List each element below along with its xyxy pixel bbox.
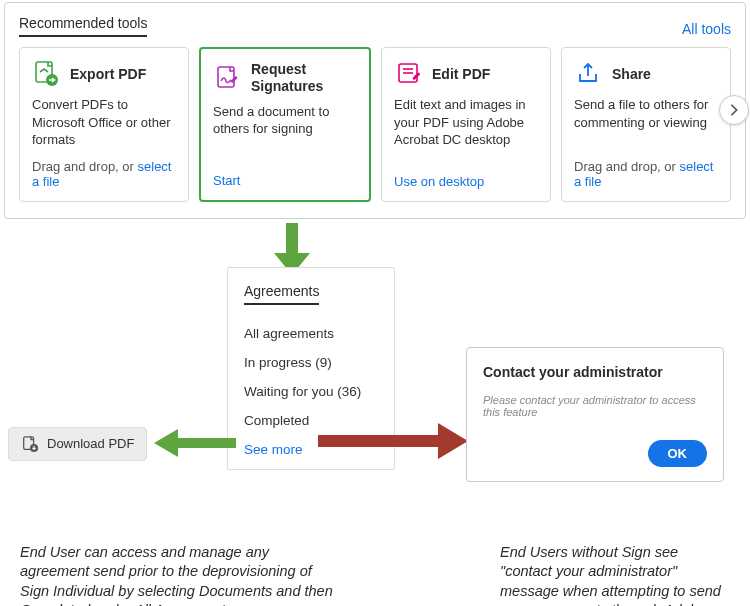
contact-admin-dialog: Contact your administrator Please contac… — [466, 347, 724, 482]
card-request-signatures[interactable]: Request Signatures Send a document to ot… — [199, 47, 371, 202]
signature-icon — [213, 64, 241, 92]
caption-right: End Users without Sign see "contact your… — [430, 543, 730, 606]
download-pdf-icon — [21, 435, 39, 453]
edit-pdf-icon — [394, 60, 422, 88]
card-footer: Drag and drop, or select a file — [574, 159, 718, 189]
panel-header: Recommended tools All tools — [19, 15, 731, 37]
svg-marker-13 — [154, 429, 178, 457]
recommended-tools-panel: Recommended tools All tools Export PDF C… — [4, 2, 746, 219]
download-pdf-label: Download PDF — [47, 436, 134, 451]
dialog-title: Contact your administrator — [483, 364, 707, 380]
card-title: Export PDF — [70, 66, 146, 83]
card-title: Share — [612, 66, 651, 83]
section-title: Recommended tools — [19, 15, 147, 37]
chevron-right-icon — [727, 103, 741, 117]
captions-row: End User can access and manage any agree… — [0, 517, 750, 606]
download-pdf-button[interactable]: Download PDF — [8, 427, 147, 461]
dialog-message: Please contact your administrator to acc… — [483, 394, 707, 418]
agreements-in-progress[interactable]: In progress (9) — [244, 348, 380, 377]
card-export-pdf[interactable]: Export PDF Convert PDFs to Microsoft Off… — [19, 47, 189, 202]
card-title: Edit PDF — [432, 66, 490, 83]
card-edit-pdf[interactable]: Edit PDF Edit text and images in your PD… — [381, 47, 551, 202]
svg-marker-15 — [438, 423, 468, 459]
agreements-title: Agreements — [244, 283, 319, 305]
agreements-waiting-for-you[interactable]: Waiting for you (36) — [244, 377, 380, 406]
agreements-completed[interactable]: Completed — [244, 406, 380, 435]
card-title: Request Signatures — [251, 61, 357, 95]
diagram-area: Download PDF Agreements All agreements I… — [0, 227, 750, 517]
use-on-desktop-link[interactable]: Use on desktop — [394, 174, 484, 189]
agreements-all[interactable]: All agreements — [244, 319, 380, 348]
footer-prefix: Drag and drop, or — [574, 159, 680, 174]
export-pdf-icon — [32, 60, 60, 88]
scroll-next-button[interactable] — [719, 95, 749, 125]
arrow-left-icon — [152, 427, 236, 459]
card-share[interactable]: Share Send a file to others for commenti… — [561, 47, 731, 202]
card-description: Edit text and images in your PDF using A… — [394, 96, 538, 164]
start-link[interactable]: Start — [213, 173, 240, 188]
agreements-see-more-link[interactable]: See more — [244, 435, 380, 457]
card-description: Send a document to others for signing — [213, 103, 357, 163]
tool-cards-row: Export PDF Convert PDFs to Microsoft Off… — [19, 47, 731, 202]
ok-button[interactable]: OK — [648, 440, 708, 467]
card-footer: Drag and drop, or select a file — [32, 159, 176, 189]
all-tools-link[interactable]: All tools — [682, 21, 731, 37]
svg-rect-2 — [218, 67, 234, 87]
card-description: Send a file to others for commenting or … — [574, 96, 718, 149]
card-description: Convert PDFs to Microsoft Office or othe… — [32, 96, 176, 149]
caption-left: End User can access and manage any agree… — [20, 543, 340, 606]
svg-rect-10 — [286, 223, 298, 253]
footer-prefix: Drag and drop, or — [32, 159, 138, 174]
share-icon — [574, 60, 602, 88]
agreements-panel: Agreements All agreements In progress (9… — [227, 267, 395, 470]
